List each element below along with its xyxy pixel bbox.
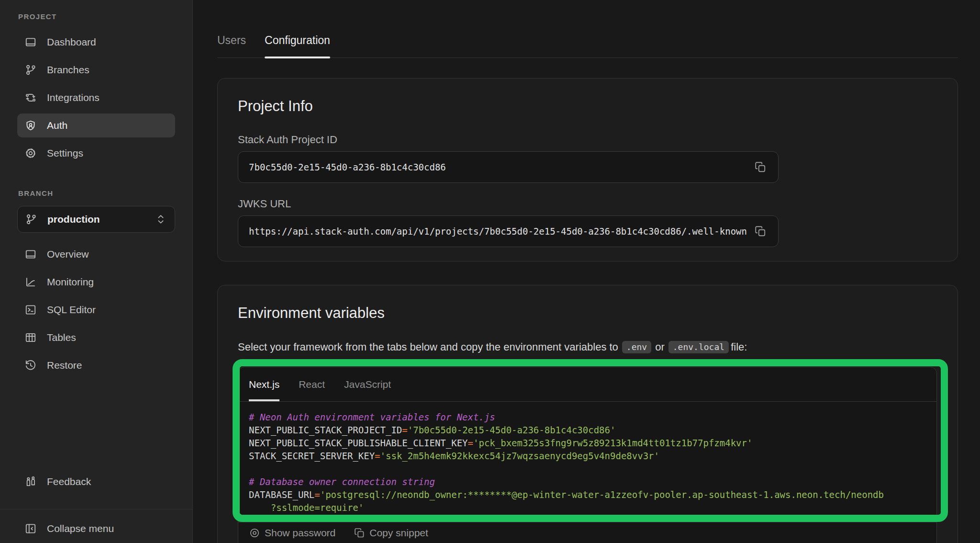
sidebar-item-label: Settings <box>47 147 83 159</box>
branch-nav: Overview Monitoring SQL Editor Tables Re… <box>0 242 192 381</box>
code-comment: # Database owner connection string <box>249 476 435 487</box>
sidebar-item-restore[interactable]: Restore <box>17 353 175 377</box>
sidebar-item-label: SQL Editor <box>47 304 96 316</box>
field-label-project-id: Stack Auth Project ID <box>238 135 936 145</box>
eye-icon <box>249 527 260 539</box>
code-footer: Show password Copy snippet <box>238 522 936 543</box>
sidebar: PROJECT Dashboard Branches Integrations … <box>0 0 193 543</box>
field-label-jwks-url: JWKS URL <box>238 199 936 209</box>
env-description-suffix: file: <box>731 340 747 354</box>
branch-selector-value: production <box>47 214 156 225</box>
env-description-text: Select your framework from the tabs belo… <box>238 340 618 354</box>
code-var: STACK_SECRET_SERVER_KEY <box>249 451 375 461</box>
jwks-url-value: https://api.stack-auth.com/api/v1/projec… <box>249 226 751 237</box>
feedback-users-icon <box>24 475 37 488</box>
sidebar-item-label: Auth <box>47 120 67 131</box>
main-content: Users Configuration Project Info Stack A… <box>193 0 980 543</box>
collapse-panel-icon <box>24 522 37 535</box>
git-branch-icon <box>25 213 37 226</box>
show-password-button[interactable]: Show password <box>249 527 335 539</box>
sidebar-item-auth[interactable]: Auth <box>17 113 175 137</box>
sidebar-item-sql-editor[interactable]: SQL Editor <box>17 298 175 322</box>
integrations-icon <box>24 91 37 104</box>
sidebar-divider <box>0 509 192 509</box>
code-op: = <box>468 438 473 448</box>
gear-icon <box>24 147 37 159</box>
copy-icon[interactable] <box>754 161 767 173</box>
sidebar-item-label: Overview <box>47 249 89 260</box>
sidebar-item-label: Restore <box>47 360 82 371</box>
sidebar-item-feedback[interactable]: Feedback <box>17 470 175 494</box>
code-snippet-block: Next.js React JavaScript # Neon Auth env… <box>238 367 937 543</box>
branch-selector[interactable]: production <box>17 206 175 233</box>
sidebar-item-label: Dashboard <box>47 36 96 48</box>
copy-icon[interactable] <box>754 225 767 238</box>
sidebar-item-label: Branches <box>47 64 89 76</box>
sidebar-section-project: PROJECT <box>18 13 192 20</box>
sidebar-item-settings[interactable]: Settings <box>17 141 175 165</box>
page-tabs: Users Configuration <box>217 35 958 58</box>
auth-shield-icon <box>24 119 37 132</box>
env-description-or: or <box>655 340 665 354</box>
sidebar-bottom: Feedback Collapse menu <box>0 470 192 543</box>
show-password-label: Show password <box>265 527 335 539</box>
sidebar-item-tables[interactable]: Tables <box>17 326 175 350</box>
tab-users[interactable]: Users <box>217 35 246 57</box>
code-var: DATABASE_URL <box>249 489 314 500</box>
monitoring-icon <box>24 276 37 288</box>
code-string: 'pck_bxem325s3fng9rw5z89213k1md4tt01tz1b… <box>473 438 752 448</box>
copy-snippet-button[interactable]: Copy snippet <box>354 527 428 539</box>
sidebar-item-label: Tables <box>47 332 76 343</box>
copy-icon <box>354 527 365 539</box>
sidebar-item-label: Collapse menu <box>47 523 114 534</box>
sidebar-item-label: Integrations <box>47 92 100 103</box>
project-id-value: 7b0c55d0-2e15-45d0-a236-8b1c4c30cd86 <box>249 162 751 172</box>
code-op: = <box>375 451 380 461</box>
code-string: 'ssk_2m5h4emk92kkexc54jz7wqzsaenycd9eg5v… <box>380 451 659 461</box>
copy-snippet-label: Copy snippet <box>369 527 428 539</box>
code-string: ?sslmode=require' <box>249 502 364 513</box>
code-op: = <box>314 489 320 500</box>
tab-configuration[interactable]: Configuration <box>265 35 330 57</box>
code-string: '7b0c55d0-2e15-45d0-a236-8b1c4c30cd86' <box>408 425 616 435</box>
env-local-chip: .env.local <box>668 341 729 353</box>
code-comment: # Neon Auth environment variables for Ne… <box>249 412 495 422</box>
git-branch-icon <box>24 64 37 76</box>
restore-icon <box>24 359 37 372</box>
sidebar-item-integrations[interactable]: Integrations <box>17 86 175 110</box>
overview-icon <box>24 248 37 260</box>
code-string: 'postgresql://neondb_owner:********@ep-w… <box>320 489 884 500</box>
project-info-title: Project Info <box>238 98 936 114</box>
sidebar-item-dashboard[interactable]: Dashboard <box>17 30 175 54</box>
code-op: = <box>402 425 407 435</box>
code-var: NEXT_PUBLIC_STACK_PROJECT_ID <box>249 425 402 435</box>
dashboard-icon <box>24 36 37 48</box>
collapse-menu-button[interactable]: Collapse menu <box>17 517 175 541</box>
sidebar-item-overview[interactable]: Overview <box>17 242 175 266</box>
env-chip: .env <box>622 341 651 353</box>
project-info-card: Project Info Stack Auth Project ID 7b0c5… <box>217 78 958 261</box>
tables-icon <box>24 331 37 344</box>
sidebar-item-branches[interactable]: Branches <box>17 58 175 82</box>
env-description: Select your framework from the tabs belo… <box>238 340 937 354</box>
sidebar-item-monitoring[interactable]: Monitoring <box>17 270 175 294</box>
tab-javascript[interactable]: JavaScript <box>344 367 391 401</box>
sidebar-section-branch: BRANCH <box>18 190 192 197</box>
code-var: NEXT_PUBLIC_STACK_PUBLISHABLE_CLIENT_KEY <box>249 438 468 448</box>
chevron-up-down-icon <box>156 213 166 226</box>
framework-tabs: Next.js React JavaScript <box>238 367 936 402</box>
tab-nextjs[interactable]: Next.js <box>249 367 279 401</box>
environment-variables-card: Environment variables Select your framew… <box>217 285 958 543</box>
sql-editor-icon <box>24 304 37 316</box>
environment-variables-title: Environment variables <box>238 305 937 321</box>
code-snippet[interactable]: # Neon Auth environment variables for Ne… <box>238 402 936 522</box>
project-nav: Dashboard Branches Integrations Auth Set… <box>0 30 192 169</box>
tab-react[interactable]: React <box>299 367 325 401</box>
sidebar-item-label: Monitoring <box>47 276 94 288</box>
jwks-url-field: https://api.stack-auth.com/api/v1/projec… <box>238 215 779 247</box>
sidebar-item-label: Feedback <box>47 476 91 487</box>
project-id-field: 7b0c55d0-2e15-45d0-a236-8b1c4c30cd86 <box>238 151 779 183</box>
